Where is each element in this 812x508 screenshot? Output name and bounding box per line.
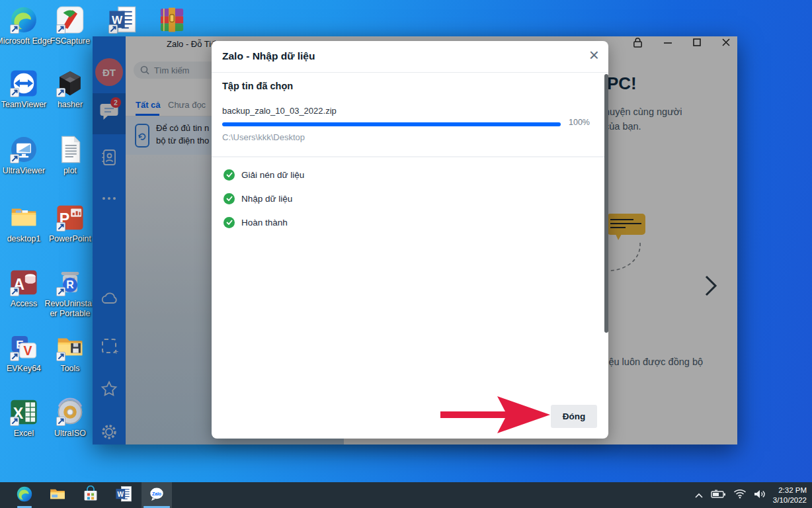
taskbar-button-edge[interactable] (9, 482, 40, 508)
wifi-icon[interactable] (733, 489, 747, 501)
check-circle-icon (223, 193, 235, 204)
desktop-icon-label: hasher (42, 100, 98, 110)
check-circle-icon (223, 169, 235, 181)
word-icon: W (115, 486, 132, 505)
desktop-icon-label: Tools (42, 364, 98, 374)
winrar-icon (157, 5, 186, 34)
taskbar-button-word[interactable]: W (108, 482, 139, 508)
desktop-icon-label: plot (42, 166, 98, 176)
desktop-icon-hasher[interactable]: hasher (49, 69, 91, 110)
section-divider (212, 156, 608, 157)
desktop-icon-desktop1[interactable]: desktop1 (3, 203, 45, 244)
taskbar: W Zalo 2:32 PM 3/10/2022 (0, 482, 812, 508)
zalo-icon: Zalo (148, 486, 165, 505)
shortcut-arrow-icon (56, 88, 65, 97)
backup-file-name: backup_zalo_10_03_2022.zip (222, 106, 337, 116)
shortcut-arrow-icon (10, 24, 19, 34)
shortcut-arrow-icon (10, 154, 19, 163)
desktop-icon-ultraviewer[interactable]: UltraViewer (3, 135, 45, 176)
system-tray: 2:32 PM 3/10/2022 (694, 482, 807, 508)
zalo-window: ĐT 2 + Zalo - Đỗ (93, 36, 737, 444)
section-heading: Tập tin đã chọn (222, 81, 293, 91)
file-path: C:\Users\kkk\Desktop (222, 132, 305, 142)
shortcut-arrow-icon (56, 287, 65, 296)
desktop-icon-tools[interactable]: Tools (49, 333, 91, 374)
doc-icon (56, 135, 85, 164)
shortcut-arrow-icon (56, 417, 65, 426)
shortcut-arrow-icon (10, 287, 19, 296)
edge-icon (16, 486, 33, 505)
taskbar-button-store[interactable] (75, 482, 106, 508)
shortcut-arrow-icon (10, 88, 19, 97)
store-icon (82, 486, 99, 505)
shortcut-arrow-icon (10, 417, 19, 426)
svg-text:W: W (118, 490, 124, 497)
dialog-title: Zalo - Nhập dữ liệu (222, 50, 315, 62)
shortcut-arrow-icon (56, 352, 65, 361)
shortcut-arrow-icon (108, 24, 118, 34)
check-circle-icon (223, 217, 235, 228)
desktop-icon-fscapture[interactable]: FSCapture (49, 5, 91, 46)
desktop-icon-winrar[interactable] (151, 5, 193, 34)
taskbar-button-zalo[interactable]: Zalo (142, 482, 172, 508)
tray-chevron-icon[interactable] (694, 489, 704, 501)
volume-icon[interactable] (754, 489, 766, 501)
folder-files-icon (9, 203, 38, 232)
desktop-icon-evkey64[interactable]: EV EVKey64 (3, 333, 45, 374)
clock-time: 2:32 PM (773, 486, 807, 495)
shortcut-arrow-icon (56, 24, 65, 34)
dialog-close-icon[interactable]: × (589, 45, 599, 65)
desktop-icon-ultraiso[interactable]: UltraISO (49, 398, 91, 439)
desktop-icon-access[interactable]: A Access (3, 268, 45, 309)
import-step-row: Giải nén dữ liệu (223, 168, 304, 181)
svg-text:Zalo: Zalo (152, 491, 161, 496)
desktop-icon-excel[interactable]: X Excel (3, 398, 45, 439)
battery-icon[interactable] (711, 489, 726, 501)
import-step-row: Hoàn thành (223, 216, 304, 229)
desktop: Microsoft Edge FSCapture W (0, 0, 812, 508)
close-dialog-button[interactable]: Đóng (551, 405, 597, 428)
desktop-icon-label: RevoUninstaller Portable (42, 299, 98, 318)
import-step-row: Nhập dữ liệu (223, 192, 304, 205)
desktop-icon-label: FSCapture (42, 36, 98, 46)
svg-text:V: V (24, 343, 32, 358)
shortcut-arrow-icon (10, 352, 19, 361)
explorer-icon (49, 486, 66, 505)
desktop-icon-plot[interactable]: plot (49, 135, 91, 176)
taskbar-clock[interactable]: 2:32 PM 3/10/2022 (773, 486, 807, 505)
clock-date: 3/10/2022 (773, 495, 807, 505)
desktop-icon-powerpoint[interactable]: P PowerPoint (49, 203, 91, 244)
desktop-icon-word-shortcut[interactable]: W (101, 5, 143, 34)
dialog-header: Zalo - Nhập dữ liệu × (212, 41, 608, 73)
import-data-dialog: Zalo - Nhập dữ liệu × Tập tin đã chọn ba… (212, 41, 608, 439)
progress-percent: 100% (569, 118, 590, 127)
taskbar-button-explorer[interactable] (42, 482, 73, 508)
red-annotation-arrow (439, 394, 551, 439)
progress-bar (222, 122, 561, 126)
svg-text:R: R (66, 279, 74, 290)
desktop-icon-microsoft-edge[interactable]: Microsoft Edge (3, 5, 45, 46)
desktop-icon-label: UltraISO (42, 429, 98, 439)
shortcut-arrow-icon (56, 222, 65, 232)
dialog-scrollbar[interactable] (604, 74, 608, 333)
taskbar-items: W Zalo (9, 482, 175, 508)
desktop-icon-label: PowerPoint (42, 234, 98, 244)
import-steps: Giải nén dữ liệu Nhập dữ liệu Hoàn thành (223, 168, 304, 239)
desktop-icon-teamviewer[interactable]: TeamViewer (3, 69, 45, 110)
desktop-icon-revouninstaller-portable[interactable]: R RevoUninstaller Portable (49, 268, 91, 318)
